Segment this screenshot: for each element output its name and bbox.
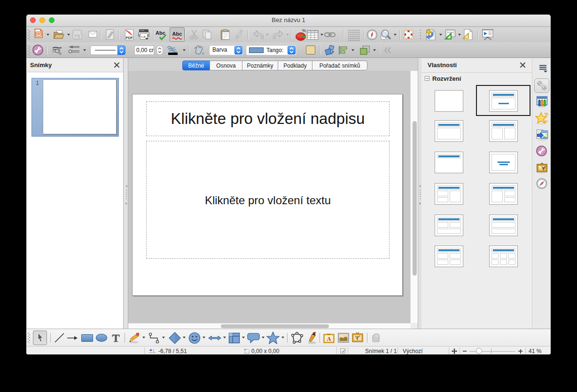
svg-text:PDF: PDF [126, 36, 133, 40]
svg-text:A: A [327, 336, 331, 342]
svg-text:Abc: Abc [156, 30, 165, 36]
svg-text:%: % [302, 28, 306, 33]
svg-text:Abc: Abc [172, 31, 182, 37]
svg-text:T: T [112, 332, 119, 344]
